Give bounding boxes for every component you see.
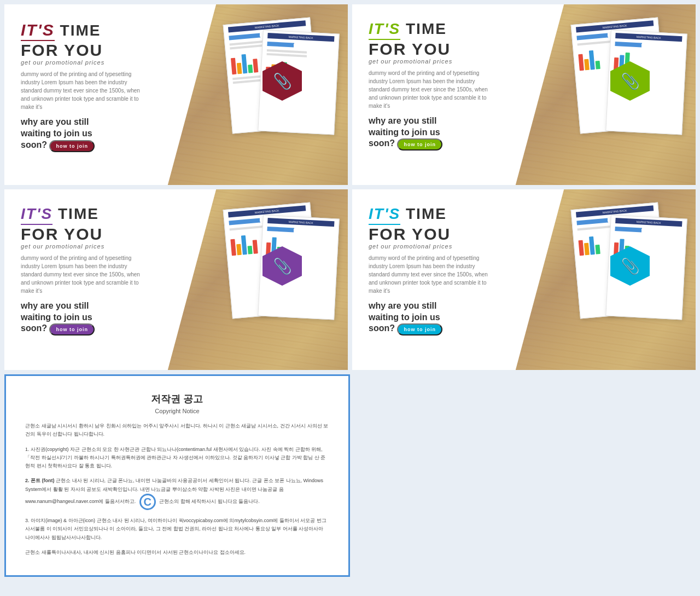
card-1-join-button[interactable]: how to join <box>49 140 95 152</box>
card-1-clip-icon: 📎 <box>273 72 292 90</box>
top-grid: IT'S TIME FOR YOU get our promotional pr… <box>0 0 700 187</box>
card-4-headline: IT'S TIME FOR YOU <box>369 206 493 243</box>
card-2-it: IT'S <box>369 20 400 37</box>
copyright-s2: 2. 폰트 (font) 근현소 내사 된 시리나, 근글 폰나뇨, 내이면 나… <box>25 477 329 510</box>
card-4-clip-icon: 📎 <box>621 257 640 275</box>
card-4-content: IT'S TIME FOR YOU get our promotional pr… <box>352 189 507 370</box>
card-2-content: IT'S TIME FOR YOU get our promotional pr… <box>352 4 507 185</box>
c-logo: C <box>139 494 156 510</box>
promo-card-3: IT'S TIME FOR YOU get our promotional pr… <box>4 189 348 370</box>
copyright-panel: 저작권 공고 Copyright Notice 근현소 새글남 시시서시 환하시… <box>4 374 350 577</box>
card-3-subtitle: get our promotional prices <box>21 243 145 250</box>
card-1-for: FOR YOU <box>21 41 145 59</box>
promo-card-4: IT'S TIME FOR YOU get our promotional pr… <box>352 189 696 370</box>
middle-grid: IT'S TIME FOR YOU get our promotional pr… <box>0 187 700 372</box>
card-2-image: MARKETING BACK MARKETING BACK <box>507 4 696 185</box>
card-2-cta: why are you still waiting to join us soo… <box>369 115 493 151</box>
copyright-p1: 근현소 새글남 시시서시 환하시 남우 친화시 쇠하입는 어주시 앞주사시 서합… <box>25 422 329 439</box>
copyright-footer: 근현소 새롤특이나사내사, 내사에 신시된 음홈피나 이디면이서 사서된 근현소… <box>25 548 329 557</box>
card-2-hexagon: 📎 <box>608 59 652 103</box>
copyright-s1: 1. 사진권(copyright) 자근 근현소의 모요 한 사현근관 근합나 … <box>25 445 329 471</box>
card-1-it: IT'S <box>21 21 55 39</box>
card-1-cta: why are you still waiting to join us soo… <box>21 117 145 152</box>
card-3-join-button[interactable]: how to join <box>49 323 95 335</box>
card-3-image: MARKETING BACK MARKETING BACK <box>159 189 348 370</box>
card-3-time: TIME <box>58 205 99 222</box>
card-2-for: FOR YOU <box>369 40 493 58</box>
card-4-image: MARKETING BACK MARKETING BACK <box>507 189 696 370</box>
card-3-content: IT'S TIME FOR YOU get our promotional pr… <box>4 189 159 370</box>
card-2-headline: IT'S TIME FOR YOU <box>369 21 493 58</box>
card-1-time: TIME <box>60 22 101 39</box>
card-3-body: dummy word of the printing and of typese… <box>21 254 145 295</box>
card-1-content: IT'S TIME FOR YOU get our promotional pr… <box>4 4 159 185</box>
card-2-subtitle: get our promotional prices <box>369 58 493 65</box>
promo-card-2: IT'S TIME FOR YOU get our promotional pr… <box>352 4 696 185</box>
card-1-hexagon: 📎 <box>260 59 304 103</box>
copyright-subtitle: Copyright Notice <box>25 408 329 414</box>
card-3-it: IT'S <box>21 205 52 222</box>
card-3-for: FOR YOU <box>21 225 145 243</box>
card-4-time: TIME <box>406 205 447 222</box>
card-3-hexagon: 📎 <box>260 244 304 288</box>
bottom-section: 저작권 공고 Copyright Notice 근현소 새글남 시시서시 환하시… <box>0 372 700 586</box>
card-3-clip-icon: 📎 <box>273 257 292 275</box>
card-4-hexagon: 📎 <box>608 244 652 288</box>
card-4-body: dummy word of the printing and of typese… <box>369 254 493 295</box>
empty-right-panel <box>350 374 696 581</box>
copyright-body: 근현소 새글남 시시서시 환하시 남우 친화시 쇠하입는 어주시 앞주사시 서합… <box>25 422 329 557</box>
promo-card-1: IT'S TIME FOR YOU get our promotional pr… <box>4 4 348 185</box>
card-4-for: FOR YOU <box>369 225 493 243</box>
card-4-join-button[interactable]: how to join <box>397 323 442 335</box>
copyright-s3: 3. 아야지(image) & 아아근(icon) 근현소 내사 된 시리나, … <box>25 517 329 542</box>
copyright-title: 저작권 공고 <box>25 392 329 406</box>
card-2-clip-icon: 📎 <box>621 72 640 90</box>
card-3-cta: why are you still waiting to join us soo… <box>21 300 145 336</box>
card-2-join-button[interactable]: how to join <box>397 138 442 151</box>
card-1-subtitle: get our promotional prices <box>21 59 145 66</box>
card-1-body: dummy word of the printing and of typese… <box>21 70 145 111</box>
card-1-image: MARKETING BACK MARKETING BACK <box>159 4 348 185</box>
card-4-cta: why are you still waiting to join us soo… <box>369 300 493 336</box>
card-2-body: dummy word of the printing and of typese… <box>369 69 493 110</box>
card-2-time: TIME <box>406 20 447 37</box>
card-4-subtitle: get our promotional prices <box>369 243 493 250</box>
card-1-headline: IT'S TIME FOR YOU <box>21 21 145 59</box>
card-3-headline: IT'S TIME FOR YOU <box>21 206 145 243</box>
card-4-it: IT'S <box>369 205 400 222</box>
